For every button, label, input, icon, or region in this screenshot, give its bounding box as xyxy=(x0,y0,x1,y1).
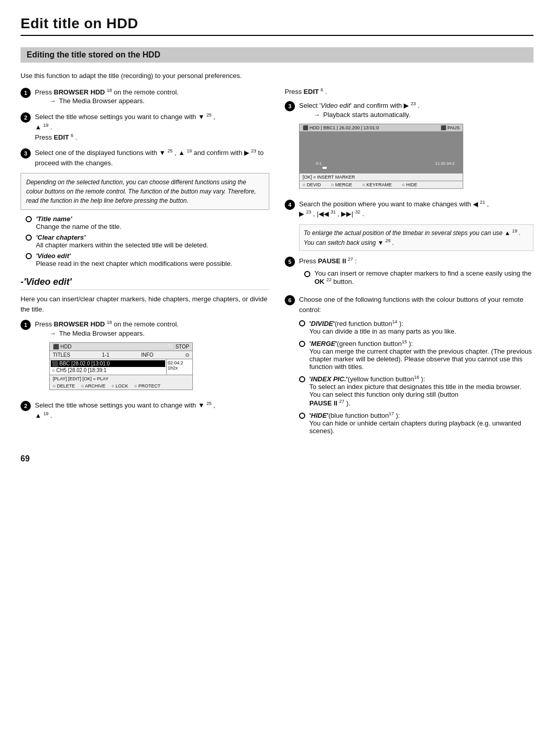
edit-label: EDIT xyxy=(54,133,69,141)
browser-info-2: 1h2x xyxy=(168,365,191,371)
sub-item-title-name: 'Title name' Change the name of the titl… xyxy=(26,215,269,230)
step-3-content: Select one of the displayed functions wi… xyxy=(35,148,269,168)
browser-col1: TITLES xyxy=(53,352,70,358)
bullet-icon-r5 xyxy=(304,271,310,277)
func-divide-content: 'DIVIDE'(red function button14 ): You ca… xyxy=(309,319,456,335)
ok-label: OK xyxy=(314,278,325,285)
r-step-3: 3 Select 'Video edit' and confirm with ▶… xyxy=(285,101,533,194)
ref-18: 18 xyxy=(107,88,112,93)
right-press-edit: Press EDIT 6 . xyxy=(285,87,533,95)
browser-col3: INFO xyxy=(141,352,153,358)
page-number: 69 xyxy=(21,454,533,463)
playback-header: ⬛ HDD | BBC1 | 26.02.200 | 13:01:0 ⬛ PAU… xyxy=(300,124,463,132)
ve-step-1-content: Press BROWSER HDD 18 on the remote contr… xyxy=(35,319,269,395)
func-merge-title: 'MERGE'(green function button15 ): xyxy=(309,340,413,347)
timeline-marker xyxy=(323,167,327,169)
ve-step-1-result: The Media Browser appears. xyxy=(59,329,145,337)
r-step-4: 4 Search the position where you want to … xyxy=(285,199,533,220)
btn-protect: ○ PROTECT xyxy=(134,383,161,389)
timeline-right-label: 11:32:34:2 xyxy=(435,161,454,166)
btn-keyframe: ○ KEYFRAME xyxy=(362,182,391,187)
bullet-icon-hide xyxy=(299,413,305,419)
func-hide-title: 'HIDE'(blue function button17 ): xyxy=(309,412,400,419)
bullet-icon-divide xyxy=(299,320,305,326)
ref-25: 25 xyxy=(206,112,211,118)
ve-step-num-2: 2 xyxy=(21,401,31,411)
r-step-num-3: 3 xyxy=(285,101,295,111)
italic-note-box: To enlarge the actual position of the ti… xyxy=(299,224,533,251)
browser-body: ⬛ BBC [28.02.0 [13:01:0 ○ CH5 [28.02.0 [… xyxy=(50,359,192,375)
timeline-bar-outer xyxy=(316,167,446,169)
intro-text: Use this function to adapt the title (re… xyxy=(21,71,533,81)
section-heading: Editing the title stored on the HDD xyxy=(21,47,533,63)
page-title: Edit title on HDD xyxy=(21,15,533,32)
func-hide-desc: You can hide or unhide certain chapters … xyxy=(309,419,521,435)
bullet-icon-merge xyxy=(299,341,305,347)
sub-item-title-name-desc: Change the name of the title. xyxy=(36,223,122,230)
func-index-pic: 'INDEX PIC.'(yellow function button16 ):… xyxy=(299,375,533,407)
func-merge-desc: You can merge the current chapter with t… xyxy=(309,347,532,371)
edit-label-r: EDIT xyxy=(304,88,319,95)
video-edit-intro: Here you can insert/clear chapter marker… xyxy=(21,294,269,314)
ref-6: 6 xyxy=(71,133,73,138)
browser-header-right: ⬜ STOP xyxy=(168,344,189,350)
playback-screen: 0:1 11:32:34:2 xyxy=(300,132,463,173)
func-hide: 'HIDE'(blue function button17 ): You can… xyxy=(299,411,533,435)
func-index-desc2: You can select this function only during… xyxy=(309,391,459,406)
arrow-icon-2: → xyxy=(49,329,56,337)
note-box: Depending on the selected function, you … xyxy=(21,173,269,210)
bullet-icon-index xyxy=(299,376,305,382)
sub-item-video-edit-label: 'Video edit' xyxy=(36,252,71,260)
step-1-arrow: → The Media Browser appears. xyxy=(49,97,269,105)
r-step-num-4: 4 xyxy=(285,200,295,210)
browser-mockup: ⬛ HDD ⬜ STOP TITLES 1-1 INFO ⊙ ⬛ BBC [28… xyxy=(49,342,193,390)
right-column: Press EDIT 6 . 3 Select 'Video edit' and… xyxy=(285,87,533,444)
timeline-left-label: 0:1 xyxy=(316,161,322,166)
func-merge-content: 'MERGE'(green function button15 ): You c… xyxy=(309,339,533,371)
sub-item-title-name-label: 'Title name' xyxy=(36,215,72,223)
sub-item-video-edit-desc: Please read in the next chapter which mo… xyxy=(36,260,232,267)
step-num-3: 3 xyxy=(21,148,31,159)
browser-col4: ⊙ xyxy=(185,352,189,358)
func-divide: 'DIVIDE'(red function button14 ): You ca… xyxy=(299,319,533,335)
step-2: 2 Select the title whose settings you wa… xyxy=(21,112,269,142)
browser-info: 02:04:2 1h2x xyxy=(167,359,192,375)
playback-ok-label: [OK] = INSERT MARKER xyxy=(303,175,355,180)
ve-step-1-arrow: → The Media Browser appears. xyxy=(49,329,269,337)
r-step-6-content: Choose one of the following functions wi… xyxy=(299,295,533,439)
browser-footer-buttons: ○ DELETE ○ ARCHIVE ○ LOCK ○ PROTECT xyxy=(50,382,192,390)
ref-19: 19 xyxy=(43,123,48,128)
browser-list: ⬛ BBC [28.02.0 [13:01:0 ○ CH5 [28.02.0 [… xyxy=(50,359,167,375)
page-container: Edit title on HDD Editing the title stor… xyxy=(0,0,554,484)
step-1-result: The Media Browser appears. xyxy=(59,97,145,105)
step-num-2: 2 xyxy=(21,112,31,123)
r-step-6: 6 Choose one of the following functions … xyxy=(285,295,533,439)
note-text: Depending on the selected function, you … xyxy=(26,179,256,204)
step-2-content: Select the title whose settings you want… xyxy=(35,112,269,142)
ve-step-num-1: 1 xyxy=(21,320,31,330)
func-index-content: 'INDEX PIC.'(yellow function button16 ):… xyxy=(309,375,521,407)
pause-label: PAUSE II xyxy=(318,258,346,265)
func-divide-title: 'DIVIDE'(red function button14 ): xyxy=(309,320,403,327)
sub-item-clear-chapters: 'Clear chapters' All chapter markers wit… xyxy=(26,234,269,249)
browser-col2: 1-1 xyxy=(102,352,109,358)
func-merge: 'MERGE'(green function button15 ): You c… xyxy=(299,339,533,371)
browser-header-left: ⬛ HDD xyxy=(53,344,71,350)
step-num-1: 1 xyxy=(21,88,31,98)
playback-mockup: ⬛ HDD | BBC1 | 26.02.200 | 13:01:0 ⬛ PAU… xyxy=(299,124,463,189)
playback-buttons: ○ DEVID ○ MERGE ○ KEYFRAME ○ HIDE xyxy=(300,181,463,188)
italic-note-text: To enlarge the actual position of the ti… xyxy=(304,228,529,247)
btn-delete: ○ DELETE xyxy=(53,383,75,389)
browser-footer-text: [PLAY] [EDIT] [OK] = PLAY xyxy=(53,376,108,381)
sub-item-video-edit-content: 'Video edit' Please read in the next cha… xyxy=(36,252,269,267)
r-step-num-5: 5 xyxy=(285,257,295,267)
r-step-3-content: Select 'Video edit' and confirm with ▶ 2… xyxy=(299,101,533,194)
title-rule xyxy=(21,35,533,36)
arrow-icon: → xyxy=(49,97,56,105)
func-index-title: 'INDEX PIC.'(yellow function button16 ): xyxy=(309,375,425,383)
step-3: 3 Select one of the displayed functions … xyxy=(21,148,269,168)
browser-row-2: ○ CH5 [28.02.0 [18:39:1 xyxy=(51,367,165,374)
sub-item-title-name-content: 'Title name' Change the name of the titl… xyxy=(36,215,269,230)
btn-hide: ○ HIDE xyxy=(402,182,417,187)
ve-step-2: 2 Select the title whose settings you wa… xyxy=(21,400,269,421)
